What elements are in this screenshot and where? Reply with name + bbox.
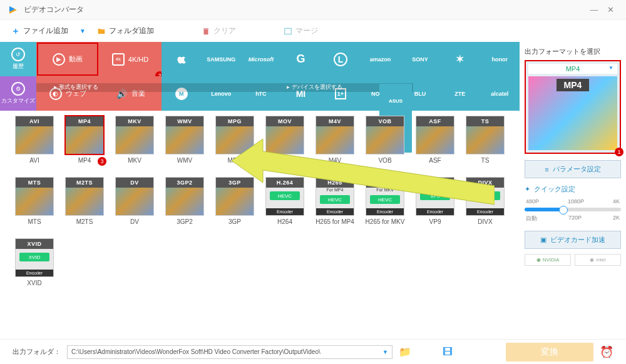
history-tab[interactable]: ↺ 履歴 xyxy=(0,42,36,76)
nvidia-icon: ◉ xyxy=(536,257,541,263)
brand-alcatel[interactable]: alcatel xyxy=(480,76,520,111)
convert-button[interactable]: 変換 xyxy=(506,343,593,361)
format-grid: AVIAVIMP4MP43MKVMKVWMVWMVMPGMPGMOVMOVM4V… xyxy=(0,111,520,303)
format-h265-for-mp4[interactable]: H265For MP4HEVCEncoderH265 for MP4 xyxy=(312,177,358,237)
format-3gp2[interactable]: 3GP23GP2 xyxy=(162,177,208,237)
chrome-icon: ◐ xyxy=(49,88,62,100)
resolution-slider[interactable]: 480P1080P4K 自動720P2K xyxy=(525,198,621,223)
brand-lenovo[interactable]: Lenovo xyxy=(202,76,242,111)
category-4khd[interactable]: 4k 4K/HD 2 xyxy=(99,42,162,76)
format-dv[interactable]: DVDV xyxy=(111,177,158,237)
category-video[interactable]: ▶ 動画 xyxy=(36,42,99,76)
add-file-dropdown-icon[interactable]: ▼ xyxy=(80,28,86,34)
sliders-icon: ≡ xyxy=(545,166,548,173)
format-m4v[interactable]: M4VM4V xyxy=(312,116,358,176)
category-web[interactable]: ◐ ウェブ xyxy=(36,76,99,111)
window-title: ビデオコンバータ xyxy=(24,4,586,15)
format-mkv[interactable]: MKVMKV xyxy=(111,116,158,176)
gear-icon: ⚙ xyxy=(11,82,25,96)
merge-button[interactable]: マージ xyxy=(284,26,318,36)
minimize-button[interactable]: — xyxy=(586,5,602,14)
svg-rect-2 xyxy=(285,28,292,34)
brand-oneplus[interactable]: 1+ xyxy=(321,76,361,111)
format-asf[interactable]: ASFASF xyxy=(412,116,458,176)
format-xvid[interactable]: XVIDXVIDEncoderXVID xyxy=(11,238,58,298)
speaker-icon: 🔊 xyxy=(115,88,128,100)
format-mov[interactable]: MOVMOV xyxy=(262,116,308,176)
brand-xiaomi[interactable]: MI xyxy=(281,76,321,111)
trash-icon xyxy=(202,27,210,36)
parameter-settings-button[interactable]: ≡ パラメータ設定 xyxy=(525,160,621,178)
brand-asus[interactable]: ASUS xyxy=(379,84,412,118)
titlebar: ビデオコンバータ — ✕ xyxy=(0,0,626,20)
star-icon: ✦ xyxy=(525,185,530,193)
add-file-button[interactable]: ＋ファイル追加 xyxy=(11,26,68,37)
brand-google[interactable]: G xyxy=(281,42,321,76)
output-folder-label: 出力フォルダ： xyxy=(13,347,61,356)
nvidia-chip[interactable]: ◉NVIDIA xyxy=(525,254,571,266)
sidebar-title: 出力フォーマットを選択 xyxy=(525,47,621,56)
brand-lg[interactable]: L xyxy=(321,42,361,76)
output-format-thumbnail: MP4 xyxy=(528,76,617,150)
schedule-button[interactable]: ⏰ xyxy=(600,345,613,359)
quick-settings-label: ✦ クイック設定 xyxy=(525,185,621,194)
brand-htc[interactable]: hTC xyxy=(241,76,281,111)
brand-microsoft[interactable]: Microsoft xyxy=(241,42,281,76)
brand-grid: SAMSUNG Microsoft G L amazon SONY ✶ hono… xyxy=(162,42,520,111)
output-folder-path[interactable]: C:\Users\Administrator\Videos\WonderFox … xyxy=(67,345,393,359)
output-format-label: MP4 xyxy=(528,64,617,74)
output-format-selector[interactable]: MP4 MP4 1 xyxy=(525,60,621,154)
open-folder-button[interactable]: 📁 xyxy=(399,346,411,358)
intel-icon: ◉ xyxy=(590,257,594,263)
hw-accel-button[interactable]: ▣ ビデオカード加速 xyxy=(525,231,621,249)
format-mpg[interactable]: MPGMPG xyxy=(212,116,258,176)
folder-icon xyxy=(97,27,106,36)
format-ts[interactable]: TSTS xyxy=(462,116,508,176)
clear-button[interactable]: クリア xyxy=(202,26,236,36)
brand-motorola[interactable]: M xyxy=(162,76,202,111)
format-avi[interactable]: AVIAVI xyxy=(11,116,58,176)
footer: 出力フォルダ： C:\Users\Administrator\Videos\Wo… xyxy=(0,339,626,364)
format-divx[interactable]: DIVXDIVXEncoderDIVX xyxy=(462,177,508,237)
format-mts[interactable]: MTSMTS xyxy=(11,177,58,237)
format-vp9[interactable]: VP9VP9EncoderVP9 xyxy=(412,177,458,237)
4k-icon: 4k xyxy=(112,53,125,66)
brand-sony[interactable]: SONY xyxy=(400,42,440,76)
brand-apple[interactable] xyxy=(162,42,202,76)
format-m2ts[interactable]: M2TSM2TS xyxy=(61,177,108,237)
history-icon: ↺ xyxy=(11,48,25,61)
merge-icon xyxy=(284,27,292,36)
add-folder-button[interactable]: フォルダ追加 xyxy=(97,26,154,36)
output-sidebar: 出力フォーマットを選択 MP4 MP4 1 ≡ パラメータ設定 ✦ クイック設定… xyxy=(520,42,626,339)
format-vob[interactable]: VOBVOB xyxy=(362,116,408,176)
badge-1: 1 xyxy=(615,148,623,156)
format-h265-for-mkv[interactable]: H265For MKVHEVCEncoderH265 for MKV xyxy=(362,177,408,237)
format-mp4[interactable]: MP4MP43 xyxy=(61,116,108,176)
play-icon: ▶ xyxy=(53,53,65,66)
app-logo-icon xyxy=(8,4,19,16)
format-3gp[interactable]: 3GP3GP xyxy=(212,177,258,237)
brand-honor[interactable]: honor xyxy=(480,42,520,76)
category-audio[interactable]: 🔊 音楽 xyxy=(99,76,162,111)
customize-tab[interactable]: ⚙ カスタマイズ xyxy=(0,76,36,111)
close-button[interactable]: ✕ xyxy=(602,5,618,14)
chip-icon: ▣ xyxy=(540,236,546,244)
brand-samsung[interactable]: SAMSUNG xyxy=(202,42,242,76)
brand-zte[interactable]: ZTE xyxy=(440,76,480,111)
format-wmv[interactable]: WMVWMV xyxy=(162,116,208,176)
brand-huawei[interactable]: ✶ xyxy=(440,42,480,76)
format-h264[interactable]: H.264HEVCEncoderH264 xyxy=(262,177,308,237)
toolbar: ＋ファイル追加 ▼ フォルダ追加 クリア マージ xyxy=(0,20,626,42)
badge-3: 3 xyxy=(98,157,106,166)
brand-amazon[interactable]: amazon xyxy=(361,42,401,76)
intel-chip[interactable]: ◉Intel xyxy=(575,254,621,266)
film-icon[interactable]: 🎞 xyxy=(443,346,453,358)
